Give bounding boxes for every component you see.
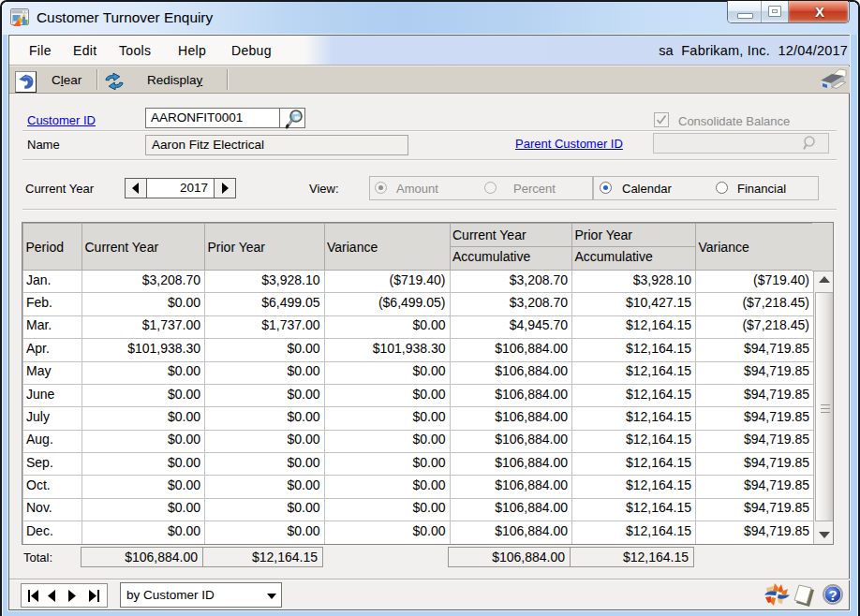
svg-text:?: ? xyxy=(828,587,837,603)
